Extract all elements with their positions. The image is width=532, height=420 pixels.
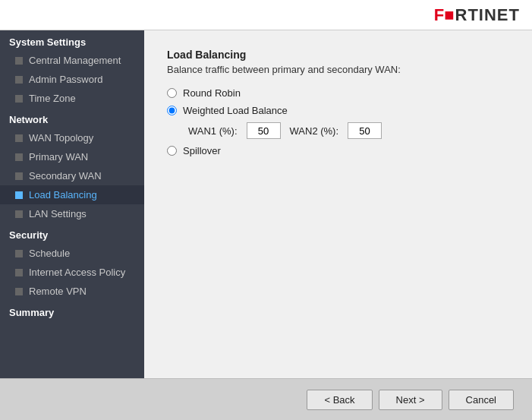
- bullet-icon: [15, 269, 23, 276]
- bullet-icon: [15, 210, 23, 218]
- sidebar-item-schedule[interactable]: Schedule: [0, 244, 144, 263]
- radio-option-weighted: Weighted Load Balance: [167, 105, 509, 116]
- header: F ■RTINET: [0, 0, 532, 30]
- sidebar-item-remote-vpn[interactable]: Remote VPN: [0, 282, 144, 301]
- sidebar-item-label: Central Management: [29, 55, 121, 66]
- sidebar-section-title: Summary: [0, 301, 144, 321]
- radio-label-spillover[interactable]: Spillover: [183, 145, 221, 156]
- sidebar-item-load-balancing[interactable]: Load Balancing: [0, 185, 144, 204]
- bullet-icon: [15, 57, 23, 65]
- bullet-icon: [15, 288, 23, 295]
- wan-inputs: WAN1 (%):WAN2 (%):: [188, 122, 509, 139]
- cancel-button[interactable]: Cancel: [449, 390, 514, 410]
- sidebar-item-label: Primary WAN: [29, 151, 88, 163]
- sidebar-item-time-zone[interactable]: Time Zone: [0, 89, 144, 108]
- sidebar-item-admin-password[interactable]: Admin Password: [0, 70, 144, 89]
- back-button[interactable]: < Back: [307, 390, 372, 410]
- next-button[interactable]: Next >: [379, 390, 442, 410]
- sidebar-item-central-management[interactable]: Central Management: [0, 51, 144, 70]
- bullet-icon: [15, 134, 23, 142]
- radio-label-round-robin[interactable]: Round Robin: [183, 87, 241, 99]
- sidebar-item-label: Schedule: [29, 248, 70, 259]
- radio-group: Round RobinWeighted Load BalanceWAN1 (%)…: [167, 87, 509, 156]
- bullet-icon: [15, 191, 23, 199]
- sidebar-item-primary-wan[interactable]: Primary WAN: [0, 147, 144, 166]
- sidebar-item-label: Internet Access Policy: [29, 267, 125, 278]
- radio-spillover[interactable]: [167, 146, 177, 156]
- sidebar-item-lan-settings[interactable]: LAN Settings: [0, 204, 144, 223]
- logo: F ■RTINET: [434, 5, 520, 25]
- radio-label-weighted[interactable]: Weighted Load Balance: [183, 105, 288, 116]
- sidebar-item-secondary-wan[interactable]: Secondary WAN: [0, 166, 144, 185]
- radio-round-robin[interactable]: [167, 88, 177, 98]
- sidebar-item-wan-topology[interactable]: WAN Topology: [0, 128, 144, 147]
- radio-option-round-robin: Round Robin: [167, 87, 509, 99]
- radio-weighted[interactable]: [167, 106, 177, 115]
- sidebar-section-title: Network: [0, 108, 144, 128]
- content-area: Load Balancing Balance traffic between p…: [144, 30, 532, 378]
- wan2-input[interactable]: [348, 122, 382, 139]
- sidebar-item-internet-access-policy[interactable]: Internet Access Policy: [0, 263, 144, 282]
- bullet-icon: [15, 76, 23, 84]
- sidebar-item-label: Remote VPN: [29, 286, 87, 297]
- sidebar-item-label: WAN Topology: [29, 132, 93, 144]
- sidebar-section-title: System Settings: [0, 30, 144, 51]
- sidebar-item-label: LAN Settings: [29, 208, 87, 219]
- bullet-icon: [15, 95, 23, 103]
- wan1-input[interactable]: [247, 122, 281, 139]
- sidebar-item-label: Admin Password: [29, 74, 103, 85]
- bullet-icon: [15, 153, 23, 161]
- bullet-icon: [15, 250, 23, 257]
- logo-text: ■RTINET: [444, 5, 520, 25]
- footer: < Back Next > Cancel: [0, 378, 532, 420]
- wan2-label: WAN2 (%):: [290, 125, 339, 137]
- sidebar: System SettingsCentral ManagementAdmin P…: [0, 30, 144, 378]
- sidebar-item-label: Load Balancing: [29, 189, 97, 201]
- content-title: Load Balancing: [167, 49, 509, 61]
- sidebar-section-title: Security: [0, 223, 144, 244]
- sidebar-item-label: Secondary WAN: [29, 170, 102, 182]
- logo-icon: F: [434, 5, 444, 25]
- sidebar-item-label: Time Zone: [29, 93, 76, 104]
- wan1-label: WAN1 (%):: [188, 125, 238, 137]
- content-subtitle: Balance traffic between primary and seco…: [167, 64, 509, 75]
- main-area: System SettingsCentral ManagementAdmin P…: [0, 30, 532, 378]
- radio-option-spillover: Spillover: [167, 145, 509, 156]
- bullet-icon: [15, 172, 23, 180]
